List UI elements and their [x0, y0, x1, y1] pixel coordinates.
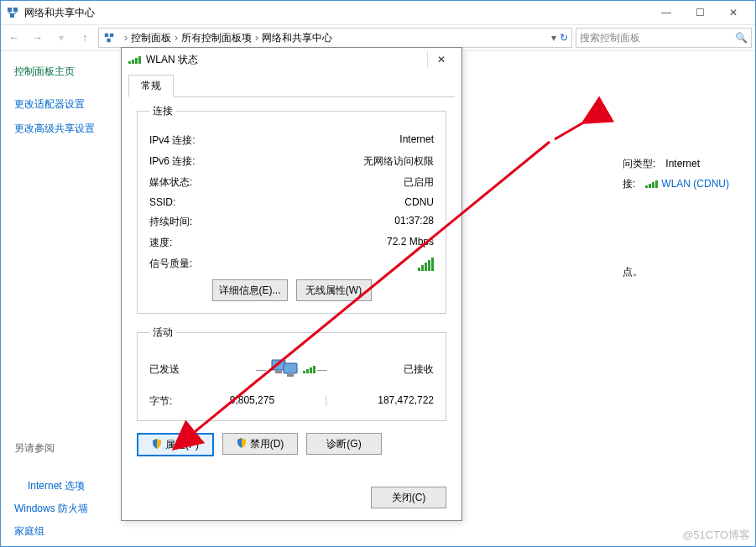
dash-icon: —: [256, 364, 266, 376]
see-also-homegroup[interactable]: 家庭组: [14, 524, 166, 539]
svg-rect-1: [13, 8, 18, 12]
disable-button[interactable]: 禁用(D): [222, 433, 298, 455]
tab-general[interactable]: 常规: [128, 75, 174, 97]
diagnose-button[interactable]: 诊断(G): [306, 433, 382, 455]
connection-link[interactable]: WLAN (CDNU): [661, 174, 729, 194]
crumb-item[interactable]: 所有控制面板项: [181, 31, 252, 45]
activity-fieldset: 活动 已发送 — — 已接收 字节: 9: [137, 326, 446, 421]
signal-bars-icon: [418, 257, 434, 271]
details-button[interactable]: 详细信息(E)...: [212, 279, 288, 301]
svg-rect-5: [107, 39, 110, 42]
ipv6-value: 无网络访问权限: [363, 154, 434, 169]
breadcrumb[interactable]: › 控制面板 › 所有控制面板项 › 网络和共享中心 ▾ ↻: [98, 28, 572, 48]
connection-legend: 连接: [149, 104, 176, 118]
network-icon: [102, 31, 116, 44]
wlan-status-dialog: WLAN 状态 ✕ 常规 连接 IPv4 连接:Internet IPv6 连接…: [121, 47, 462, 521]
dialog-titlebar: WLAN 状态 ✕: [122, 48, 461, 71]
bytes-recv: 187,472,722: [378, 394, 434, 409]
svg-rect-0: [8, 8, 12, 12]
window-title: 网络和共享中心: [24, 6, 649, 20]
watermark: @51CTO博客: [682, 528, 750, 543]
wireless-props-button[interactable]: 无线属性(W): [296, 279, 372, 301]
dialog-close-button[interactable]: ✕: [427, 51, 455, 68]
crumb-item[interactable]: 控制面板: [131, 31, 171, 45]
signal-icon: [128, 56, 141, 64]
sent-label: 已发送: [149, 362, 180, 377]
ipv4-value: Internet: [399, 133, 434, 148]
refresh-button[interactable]: ↻: [560, 32, 568, 44]
dash-icon: —: [317, 364, 327, 376]
access-type-label: 问类型:: [623, 154, 655, 174]
dialog-title: WLAN 状态: [146, 53, 198, 67]
duration-value: 01:37:28: [394, 215, 434, 229]
forward-button[interactable]: →: [28, 28, 48, 48]
access-type-value: Internet: [665, 154, 700, 174]
computers-icon: [268, 357, 301, 383]
signal-icon: [645, 180, 658, 188]
connection-fieldset: 连接 IPv4 连接:Internet IPv6 连接:无网络访问权限 媒体状态…: [137, 104, 446, 314]
dropdown-icon[interactable]: ▾: [551, 32, 556, 44]
svg-rect-2: [10, 13, 14, 18]
recv-label: 已接收: [404, 362, 434, 377]
svg-rect-4: [110, 34, 113, 37]
close-dialog-button[interactable]: 关闭(C): [371, 487, 446, 508]
media-value: 已启用: [404, 175, 434, 190]
search-icon: 🔍: [735, 32, 748, 44]
minimize-button[interactable]: —: [649, 3, 683, 22]
speed-value: 72.2 Mbps: [387, 236, 434, 250]
signal-icon: [303, 366, 315, 373]
network-icon: [6, 6, 19, 19]
crumb-item[interactable]: 网络和共享中心: [262, 31, 332, 45]
search-placeholder: 搜索控制面板: [580, 31, 735, 45]
text-fragment: 点。: [623, 265, 643, 279]
svg-rect-9: [287, 374, 294, 377]
svg-rect-8: [275, 371, 282, 373]
maximize-button[interactable]: ☐: [683, 3, 717, 22]
network-center-window: 网络和共享中心 — ☐ ✕ ← → ▾ ↑ › 控制面板 › 所有控制面板项 ›…: [0, 0, 756, 547]
dialog-tabs: 常规: [128, 75, 455, 97]
shield-icon: [237, 438, 247, 451]
back-button[interactable]: ←: [4, 28, 24, 48]
network-info: 问类型: Internet 接: WLAN (CDNU): [623, 154, 729, 194]
close-button[interactable]: ✕: [717, 3, 750, 22]
properties-button[interactable]: 属性(P): [137, 433, 214, 456]
svg-rect-7: [284, 363, 297, 373]
ssid-value: CDNU: [404, 196, 434, 208]
search-input[interactable]: 搜索控制面板 🔍: [576, 28, 752, 48]
svg-rect-3: [105, 34, 108, 37]
up-button[interactable]: ↑: [75, 28, 95, 48]
dropdown-button[interactable]: ▾: [51, 28, 71, 48]
activity-legend: 活动: [149, 326, 176, 340]
bytes-sent: 9,805,275: [230, 394, 274, 409]
connection-label: 接:: [623, 174, 635, 194]
titlebar: 网络和共享中心 — ☐ ✕: [1, 1, 755, 24]
shield-icon: [152, 439, 162, 451]
